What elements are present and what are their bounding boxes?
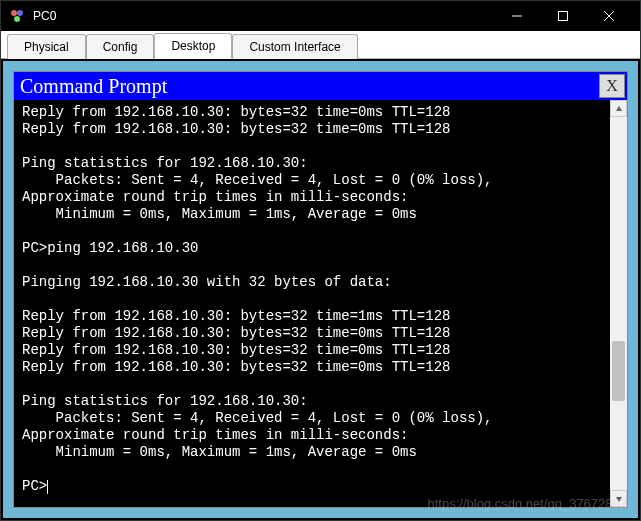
terminal-output[interactable]: Reply from 192.168.10.30: bytes=32 time=… (14, 100, 610, 507)
command-prompt-close-button[interactable]: X (599, 74, 625, 98)
tab-label: Custom Interface (249, 40, 340, 54)
app-icon (9, 8, 25, 24)
app-window: PC0 Physical Config Desktop Custom Inter… (0, 0, 641, 521)
svg-point-0 (11, 10, 17, 16)
svg-rect-4 (559, 12, 568, 21)
svg-marker-8 (616, 497, 622, 502)
desktop-content: Command Prompt X Reply from 192.168.10.3… (1, 59, 640, 520)
close-label: X (606, 77, 618, 95)
window-buttons (494, 1, 632, 31)
close-button[interactable] (586, 1, 632, 31)
tab-desktop[interactable]: Desktop (154, 33, 232, 59)
command-prompt-titlebar[interactable]: Command Prompt X (14, 72, 627, 100)
tab-custom-interface[interactable]: Custom Interface (232, 34, 357, 59)
vertical-scrollbar[interactable] (610, 100, 627, 507)
scroll-thumb[interactable] (612, 341, 625, 401)
command-prompt-title: Command Prompt (20, 75, 599, 98)
svg-point-1 (17, 10, 23, 16)
tab-label: Config (103, 40, 138, 54)
scroll-down-button[interactable] (610, 490, 627, 507)
minimize-button[interactable] (494, 1, 540, 31)
scroll-track[interactable] (610, 117, 627, 490)
titlebar[interactable]: PC0 (1, 1, 640, 31)
tab-label: Physical (24, 40, 69, 54)
tab-config[interactable]: Config (86, 34, 155, 59)
terminal-area: Reply from 192.168.10.30: bytes=32 time=… (14, 100, 627, 507)
tab-physical[interactable]: Physical (7, 34, 86, 59)
maximize-button[interactable] (540, 1, 586, 31)
tab-bar: Physical Config Desktop Custom Interface (1, 31, 640, 59)
terminal-cursor (47, 480, 48, 494)
svg-marker-7 (616, 106, 622, 111)
window-title: PC0 (33, 9, 494, 23)
tab-label: Desktop (171, 39, 215, 53)
svg-point-2 (14, 16, 20, 22)
scroll-up-button[interactable] (610, 100, 627, 117)
command-prompt-window: Command Prompt X Reply from 192.168.10.3… (13, 71, 628, 508)
